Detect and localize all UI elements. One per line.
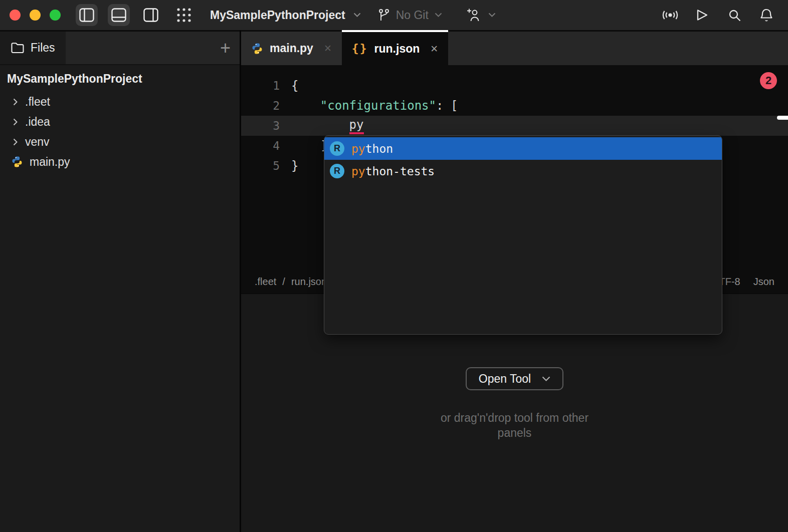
- code-line: 1 {: [241, 76, 788, 96]
- line-number: 4: [241, 139, 280, 152]
- toggle-bottom-panel-button[interactable]: [108, 4, 130, 26]
- python-icon: [251, 43, 263, 55]
- breadcrumb: .fleet / run.json: [255, 276, 327, 288]
- tree-item-main-py[interactable]: main.py: [0, 152, 240, 172]
- line-number: 2: [241, 99, 280, 112]
- workspaces-button[interactable]: [173, 4, 195, 26]
- tree-item-fleet[interactable]: .fleet: [0, 92, 240, 112]
- breadcrumb-directory[interactable]: .fleet: [255, 276, 276, 288]
- file-tree: MySamplePythonProject .fleet .idea venv: [0, 65, 240, 172]
- typed-prefix: py: [349, 118, 364, 134]
- chevron-right-icon: [13, 118, 18, 126]
- project-title: MySamplePythonProject: [210, 9, 345, 22]
- collaboration-widget[interactable]: [465, 8, 496, 22]
- git-widget[interactable]: No Git: [378, 9, 442, 22]
- bell-icon: [759, 8, 773, 23]
- language-status[interactable]: Json: [753, 276, 774, 288]
- chevron-down-icon: [488, 13, 496, 18]
- left-panel-icon: [79, 8, 94, 22]
- chevron-down-icon: [353, 13, 361, 18]
- traffic-lights: [10, 10, 61, 21]
- window-minimize-button[interactable]: [30, 10, 41, 21]
- add-collaborator-icon: [465, 8, 480, 22]
- breadcrumb-separator: /: [282, 276, 285, 288]
- scrollbar-thumb[interactable]: [777, 116, 788, 120]
- chevron-right-icon: [13, 138, 18, 146]
- window-close-button[interactable]: [10, 10, 21, 21]
- completion-item-python-tests[interactable]: R python-tests: [324, 160, 722, 182]
- json-icon: {}: [352, 42, 368, 55]
- files-tab-label: Files: [31, 41, 55, 55]
- editor-tab-strip: main.py ✕ {} run.json ✕: [241, 30, 788, 65]
- tree-item-label: main.py: [30, 155, 70, 169]
- run-configuration-icon: R: [330, 164, 344, 178]
- broadcast-button[interactable]: [658, 4, 683, 26]
- run-icon: [696, 8, 709, 22]
- right-panel-icon: [143, 8, 158, 22]
- folder-icon: [11, 42, 24, 54]
- open-tool-label: Open Tool: [479, 372, 531, 386]
- toggle-right-panel-button[interactable]: [140, 4, 162, 26]
- close-icon[interactable]: ✕: [324, 43, 332, 54]
- run-configuration-icon: R: [330, 141, 344, 156]
- open-tool-button[interactable]: Open Tool: [466, 367, 563, 390]
- left-panel-header: Files +: [0, 30, 240, 65]
- python-icon: [11, 156, 23, 168]
- left-panel: Files + MySamplePythonProject .fleet .id…: [0, 30, 241, 532]
- code-line-current: 3 py: [241, 116, 788, 136]
- line-number: 3: [241, 119, 280, 132]
- search-button[interactable]: [722, 4, 747, 26]
- title-bar: MySamplePythonProject No Git: [0, 0, 788, 30]
- tab-label: run.json: [374, 42, 420, 56]
- project-switcher[interactable]: MySamplePythonProject: [210, 9, 361, 22]
- notifications-button[interactable]: [754, 4, 779, 26]
- files-tab[interactable]: Files: [0, 32, 66, 64]
- close-icon[interactable]: ✕: [430, 43, 438, 55]
- tab-run-json[interactable]: {} run.json ✕: [342, 30, 448, 65]
- tool-panel-hint: or drag'n'drop tool from other panels: [441, 410, 588, 440]
- problems-badge[interactable]: 2: [760, 72, 777, 89]
- toggle-left-panel-button[interactable]: [76, 4, 98, 26]
- tree-item-label: .idea: [25, 115, 50, 129]
- tree-item-label: venv: [25, 135, 50, 149]
- completion-popup: R python R python-tests: [324, 135, 722, 335]
- run-button[interactable]: [690, 4, 715, 26]
- grid-icon: [176, 8, 191, 23]
- line-number: 1: [241, 79, 280, 92]
- titlebar-right-actions: [658, 4, 779, 26]
- tab-label: main.py: [270, 42, 313, 55]
- broadcast-icon: [662, 9, 679, 22]
- tab-main-py[interactable]: main.py ✕: [241, 32, 342, 65]
- tree-item-label: .fleet: [25, 95, 50, 109]
- tree-item-venv[interactable]: venv: [0, 132, 240, 152]
- tree-item-idea[interactable]: .idea: [0, 112, 240, 132]
- breadcrumb-file[interactable]: run.json: [291, 276, 327, 288]
- code-line: 2 "configurations": [: [241, 96, 788, 116]
- bottom-panel-icon: [111, 8, 126, 22]
- chevron-down-icon: [435, 13, 442, 18]
- chevron-right-icon: [13, 98, 18, 106]
- git-status-label: No Git: [396, 9, 429, 22]
- tree-root-project[interactable]: MySamplePythonProject: [0, 69, 240, 89]
- completion-item-python[interactable]: R python: [324, 137, 722, 160]
- window-zoom-button[interactable]: [50, 10, 61, 21]
- search-icon: [728, 9, 741, 22]
- add-button[interactable]: +: [220, 39, 231, 57]
- git-branch-icon: [378, 9, 390, 22]
- line-number: 5: [241, 159, 280, 172]
- chevron-down-icon: [542, 376, 550, 382]
